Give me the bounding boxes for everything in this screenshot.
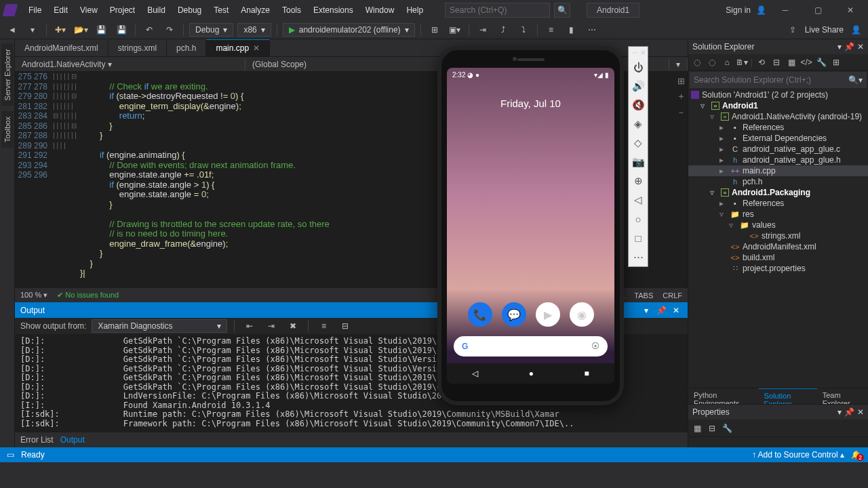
step-into[interactable]: ⇥ [475,22,491,37]
menu-tools[interactable]: Tools [277,3,307,18]
side-tab[interactable]: Python Environments [688,388,759,404]
panel-close-icon[interactable]: ✕ [857,42,864,52]
phone-app-icon[interactable]: 📞 [468,302,492,327]
emu-tool-button[interactable]: ○ [629,209,648,228]
assistant-icon[interactable]: ⦿ [591,342,599,351]
emulator-search-bar[interactable]: G ⦿ [454,336,608,357]
emu-tool-button[interactable]: ⏻ [629,58,648,77]
back-button[interactable]: ◄ [4,22,20,37]
menu-view[interactable]: View [75,3,103,18]
panel-dd-icon[interactable]: ▾ [837,42,842,52]
se-back-icon[interactable]: ◌ [691,56,703,68]
messages-app-icon[interactable]: 💬 [502,302,526,327]
output-next-icon[interactable]: ⇥ [263,319,279,333]
bottom-tab[interactable]: Error List [20,435,54,445]
minus-icon[interactable]: － [677,106,686,119]
se-show-icon[interactable]: ▦ [785,56,797,68]
se-collapse-icon[interactable]: ⊟ [770,56,783,68]
scope-project[interactable]: Android1.NativeActivity ▾ [15,58,245,70]
se-sync-icon[interactable]: 🗎▾ [736,56,748,68]
menu-analyze[interactable]: Analyze [235,3,275,18]
liveshare-icon[interactable]: ⇪ [785,22,801,37]
tree-node[interactable]: ▿▫Android1.NativeActivity (android-19) [688,111,868,122]
output-source-dropdown[interactable]: Xamarin Diagnostics▾ [92,319,227,333]
props-pin-icon[interactable]: 📌 [844,407,854,417]
output-clear-icon[interactable]: ✖ [285,319,301,333]
tree-node[interactable]: ▸▪References [688,122,868,133]
toolbox-tab[interactable]: Toolbox [1,111,14,148]
issues-indicator[interactable]: ✔ No issues found [57,291,119,300]
tree-node[interactable]: ▿▫Android1 [688,100,868,111]
liveshare-button[interactable]: Live Share [805,25,844,35]
person-icon[interactable]: 👤 [756,5,766,15]
tree-node[interactable]: <>strings.xml [688,230,868,241]
menu-edit[interactable]: Edit [48,3,73,18]
props-wrench-icon[interactable]: 🔧 [721,422,733,434]
menu-help[interactable]: Help [401,3,429,18]
tree-node[interactable]: ▸Candroid_native_app_glue.c [688,144,868,155]
scope-member[interactable]: ▾ [669,58,688,70]
output-toggle-icon[interactable]: ⊟ [337,319,353,333]
deploy-button[interactable]: ▶ androidemulator202 (offline) ▾ [283,23,415,37]
output-wrap-icon[interactable]: ≡ [315,319,332,333]
se-code-icon[interactable]: </> [800,56,812,68]
output-prev-icon[interactable]: ⇤ [241,319,258,333]
fold-column[interactable]: | | | | | ⊟ | | | | | | | | | | | | ⊟ | … [53,72,77,287]
tree-node[interactable]: ▸▪References [688,198,868,209]
config-dropdown[interactable]: Debug▾ [189,23,233,37]
emu-tool-button[interactable]: ◁ [629,190,648,209]
emu-tool-button[interactable]: ◈ [629,115,648,134]
bookmark-btn[interactable]: ▮ [564,22,580,37]
play-store-icon[interactable]: ▶ [536,302,560,327]
search-go-button[interactable]: 🔍 [554,3,570,18]
tree-node[interactable]: ∷project.properties [688,263,868,274]
output-close-icon[interactable]: ✕ [670,304,682,317]
props-az-icon[interactable]: ⊟ [706,422,718,434]
tree-node[interactable]: <>build.xml [688,252,868,263]
tab-file[interactable]: main.cpp✕ [206,39,270,56]
nav-home-icon[interactable]: ● [529,369,534,378]
props-close-icon[interactable]: ✕ [857,407,864,417]
menu-file[interactable]: File [23,3,47,18]
tab-close-icon[interactable]: ✕ [253,43,260,53]
close-button[interactable]: ✕ [837,1,864,20]
emu-tool-button[interactable]: ◇ [629,134,648,152]
new-button[interactable]: ✚▾ [52,22,68,37]
solution-tree[interactable]: Solution 'Android1' (2 of 2 projects) ▿▫… [688,89,868,388]
layout-btn[interactable]: ▣▾ [447,22,463,37]
tab-file[interactable]: strings.xml [108,40,167,56]
maximize-button[interactable]: ▢ [804,1,831,20]
se-props-icon[interactable]: 🔧 [815,56,827,68]
menu-project[interactable]: Project [104,3,140,18]
chrome-app-icon[interactable]: ◉ [570,302,594,327]
tree-node[interactable]: ▸++main.cpp [688,165,868,176]
tree-node[interactable]: ▸handroid_native_app_glue.h [688,155,868,165]
step-over[interactable]: ⤴ [495,22,511,37]
more-btn[interactable]: ⋯ [584,22,600,37]
android-emulator[interactable]: 2:32 ◕ ● ▾◢ ▮ Friday, Jul 10 📞 💬 ▶ ◉ G ⦿… [437,46,624,405]
side-tab[interactable]: Team Explorer [817,388,868,404]
emu-tool-button[interactable]: 🔊 [629,77,648,96]
minimize-button[interactable]: ─ [772,1,799,20]
platform-dropdown[interactable]: x86▾ [237,23,271,37]
nav-recent-icon[interactable]: ■ [585,369,589,378]
emu-tool-button[interactable]: ⊕ [629,171,648,190]
bottom-tab[interactable]: Output [60,435,85,445]
tab-file[interactable]: AndroidManifest.xml [15,40,108,56]
tree-node[interactable]: <>AndroidManifest.xml [688,241,868,252]
comment-btn[interactable]: ≡ [543,22,559,37]
source-control-button[interactable]: ↑ Add to Source Control ▴ [752,450,844,460]
se-refresh-icon[interactable]: ⟲ [755,56,768,68]
search-input[interactable] [445,3,550,18]
tab-file[interactable]: pch.h [167,40,206,56]
solution-root[interactable]: Solution 'Android1' (2 of 2 projects) [688,89,868,100]
emu-tool-button[interactable]: 🔇 [629,96,648,115]
save-all-button[interactable]: 💾 [113,22,130,37]
output-pin-icon[interactable]: 📌 [655,304,667,317]
menu-extensions[interactable]: Extensions [308,3,359,18]
se-search[interactable]: 🔍▾ [690,72,867,88]
save-button[interactable]: 💾 [93,22,109,37]
notifications-button[interactable]: 🔔2 [851,450,861,460]
se-fwd-icon[interactable]: ◌ [706,56,718,68]
emu-tool-button[interactable]: 📷 [629,152,648,171]
